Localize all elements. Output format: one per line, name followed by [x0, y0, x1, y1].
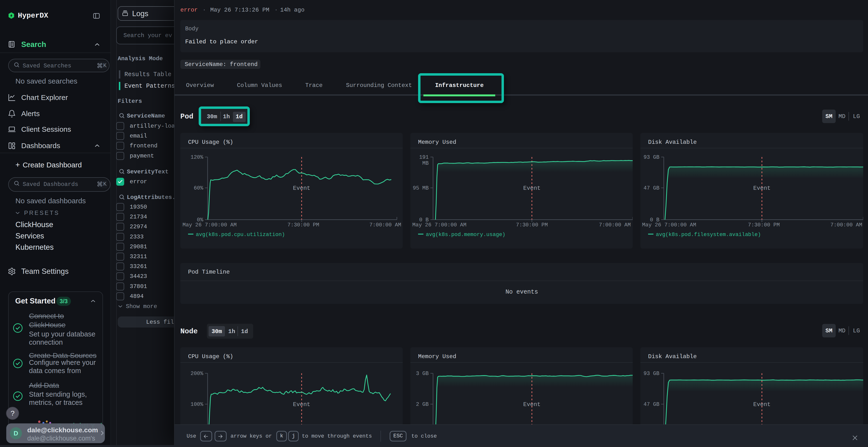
svg-text:Event: Event [523, 185, 540, 192]
svg-text:May 26 7:00:00 AM: May 26 7:00:00 AM [412, 222, 466, 228]
svg-text:7:00:00 AM: 7:00:00 AM [369, 222, 401, 228]
svg-text:7:30:00 PM: 7:30:00 PM [287, 222, 319, 228]
svg-text:93 GB: 93 GB [644, 154, 659, 161]
svg-text:47 GB: 47 GB [644, 185, 659, 191]
svg-text:7:00:00 AM: 7:00:00 AM [830, 222, 862, 228]
svg-text:MB: MB [423, 161, 429, 166]
svg-text:avg(k8s.pod.memory.usage): avg(k8s.pod.memory.usage) [426, 232, 505, 238]
svg-text:May 26 7:00:00 AM: May 26 7:00:00 AM [642, 222, 696, 228]
svg-text:47 GB: 47 GB [644, 402, 659, 408]
svg-text:7:00:00 AM: 7:00:00 AM [599, 222, 631, 228]
svg-text:Event: Event [293, 185, 310, 192]
svg-text:93 GB: 93 GB [644, 371, 659, 377]
svg-text:7:30:00 PM: 7:30:00 PM [516, 222, 548, 228]
svg-text:Event: Event [523, 401, 540, 408]
svg-text:Event: Event [293, 401, 310, 408]
svg-text:7:30:00 PM: 7:30:00 PM [748, 222, 780, 228]
svg-text:avg(k8s.pod.filesystem.availab: avg(k8s.pod.filesystem.available) [656, 232, 761, 238]
svg-text:200%: 200% [190, 371, 204, 377]
svg-text:Event: Event [753, 401, 771, 408]
svg-text:95 MB: 95 MB [413, 185, 429, 191]
svg-text:191: 191 [419, 154, 429, 161]
svg-text:avg(k8s.pod.cpu.utilization): avg(k8s.pod.cpu.utilization) [196, 232, 285, 238]
svg-text:100%: 100% [190, 402, 204, 408]
svg-text:2 GB: 2 GB [416, 402, 429, 408]
svg-text:60%: 60% [194, 185, 203, 191]
svg-text:Event: Event [753, 185, 771, 192]
svg-text:120%: 120% [190, 154, 204, 161]
svg-text:3 GB: 3 GB [416, 371, 429, 377]
svg-text:May 26 7:00:00 AM: May 26 7:00:00 AM [183, 222, 237, 228]
